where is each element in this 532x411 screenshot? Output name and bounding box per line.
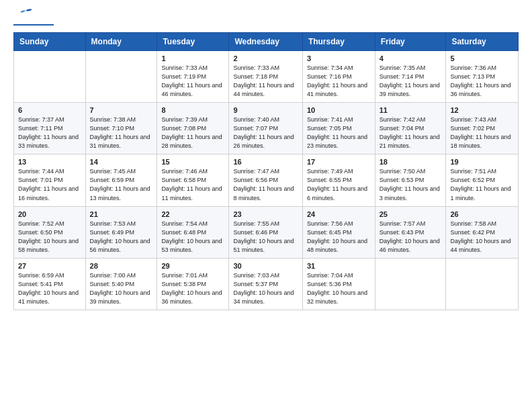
day-number: 2 [233, 54, 298, 62]
day-number: 6 [18, 106, 81, 114]
calendar-week-row: 13Sunrise: 7:44 AMSunset: 7:01 PMDayligh… [14, 154, 519, 206]
day-info: Sunrise: 7:54 AMSunset: 6:48 PMDaylight:… [161, 220, 224, 255]
calendar-cell: 27Sunrise: 6:59 AMSunset: 5:41 PMDayligh… [14, 258, 86, 310]
day-info: Sunrise: 7:56 AMSunset: 6:45 PMDaylight:… [307, 220, 371, 255]
day-number: 17 [307, 158, 371, 166]
day-info: Sunrise: 6:59 AMSunset: 5:41 PMDaylight:… [18, 271, 81, 306]
day-number: 13 [18, 158, 81, 166]
day-info: Sunrise: 7:36 AMSunset: 7:13 PMDaylight:… [450, 64, 514, 99]
day-number: 31 [307, 262, 371, 270]
day-number: 25 [380, 210, 442, 218]
day-number: 23 [233, 210, 298, 218]
day-info: Sunrise: 7:43 AMSunset: 7:02 PMDaylight:… [450, 116, 514, 150]
calendar-cell: 14Sunrise: 7:45 AMSunset: 6:59 PMDayligh… [85, 154, 157, 206]
calendar-cell: 4Sunrise: 7:35 AMSunset: 7:14 PMDaylight… [375, 51, 446, 103]
weekday-header: Thursday [302, 33, 375, 51]
day-number: 27 [18, 262, 81, 270]
day-number: 28 [90, 262, 153, 270]
day-info: Sunrise: 7:34 AMSunset: 7:16 PMDaylight:… [307, 64, 371, 99]
day-info: Sunrise: 7:51 AMSunset: 6:52 PMDaylight:… [450, 167, 514, 202]
calendar-table: SundayMondayTuesdayWednesdayThursdayFrid… [13, 32, 519, 310]
day-number: 5 [450, 54, 514, 62]
calendar-cell [85, 51, 157, 103]
calendar-cell: 19Sunrise: 7:51 AMSunset: 6:52 PMDayligh… [446, 154, 519, 206]
day-info: Sunrise: 7:04 AMSunset: 5:36 PMDaylight:… [307, 271, 371, 306]
calendar-cell: 31Sunrise: 7:04 AMSunset: 5:36 PMDayligh… [302, 258, 375, 310]
calendar-cell: 24Sunrise: 7:56 AMSunset: 6:45 PMDayligh… [302, 206, 375, 258]
weekday-header: Monday [85, 33, 157, 51]
calendar-cell: 10Sunrise: 7:41 AMSunset: 7:05 PMDayligh… [302, 103, 375, 154]
day-number: 19 [450, 158, 514, 166]
day-info: Sunrise: 7:55 AMSunset: 6:46 PMDaylight:… [233, 220, 298, 255]
calendar-week-row: 6Sunrise: 7:37 AMSunset: 7:11 PMDaylight… [14, 103, 519, 154]
day-number: 1 [161, 54, 224, 62]
day-info: Sunrise: 7:47 AMSunset: 6:56 PMDaylight:… [233, 167, 298, 202]
calendar-cell: 28Sunrise: 7:00 AMSunset: 5:40 PMDayligh… [85, 258, 157, 310]
calendar-cell: 23Sunrise: 7:55 AMSunset: 6:46 PMDayligh… [229, 206, 302, 258]
day-info: Sunrise: 7:42 AMSunset: 7:04 PMDaylight:… [380, 116, 442, 150]
calendar-cell: 30Sunrise: 7:03 AMSunset: 5:37 PMDayligh… [229, 258, 302, 310]
day-info: Sunrise: 7:33 AMSunset: 7:18 PMDaylight:… [233, 64, 298, 99]
day-info: Sunrise: 7:58 AMSunset: 6:42 PMDaylight:… [450, 220, 514, 255]
weekday-header: Sunday [14, 33, 86, 51]
day-number: 16 [233, 158, 298, 166]
calendar-cell: 26Sunrise: 7:58 AMSunset: 6:42 PMDayligh… [446, 206, 519, 258]
day-number: 29 [161, 262, 224, 270]
calendar-cell: 8Sunrise: 7:39 AMSunset: 7:08 PMDaylight… [157, 103, 229, 154]
weekday-header: Tuesday [157, 33, 229, 51]
day-number: 3 [307, 54, 371, 62]
day-info: Sunrise: 7:33 AMSunset: 7:19 PMDaylight:… [161, 64, 224, 99]
day-number: 15 [161, 158, 224, 166]
calendar-cell: 22Sunrise: 7:54 AMSunset: 6:48 PMDayligh… [157, 206, 229, 258]
calendar-cell: 2Sunrise: 7:33 AMSunset: 7:18 PMDaylight… [229, 51, 302, 103]
calendar-cell: 21Sunrise: 7:53 AMSunset: 6:49 PMDayligh… [85, 206, 157, 258]
day-number: 20 [18, 210, 81, 218]
day-number: 14 [90, 158, 153, 166]
day-info: Sunrise: 7:49 AMSunset: 6:55 PMDaylight:… [307, 167, 371, 202]
calendar-week-row: 1Sunrise: 7:33 AMSunset: 7:19 PMDaylight… [14, 51, 519, 103]
day-number: 12 [450, 106, 514, 114]
calendar-cell [375, 258, 446, 310]
day-info: Sunrise: 7:52 AMSunset: 6:50 PMDaylight:… [18, 220, 81, 255]
calendar-header-row: SundayMondayTuesdayWednesdayThursdayFrid… [14, 33, 519, 51]
day-info: Sunrise: 7:01 AMSunset: 5:38 PMDaylight:… [161, 271, 224, 306]
calendar-cell: 13Sunrise: 7:44 AMSunset: 7:01 PMDayligh… [14, 154, 86, 206]
weekday-header: Friday [375, 33, 446, 51]
calendar-cell: 9Sunrise: 7:40 AMSunset: 7:07 PMDaylight… [229, 103, 302, 154]
calendar-week-row: 27Sunrise: 6:59 AMSunset: 5:41 PMDayligh… [14, 258, 519, 310]
calendar-cell: 5Sunrise: 7:36 AMSunset: 7:13 PMDaylight… [446, 51, 519, 103]
weekday-header: Saturday [446, 33, 519, 51]
header [13, 11, 519, 26]
calendar-cell: 20Sunrise: 7:52 AMSunset: 6:50 PMDayligh… [14, 206, 86, 258]
day-info: Sunrise: 7:37 AMSunset: 7:11 PMDaylight:… [18, 116, 81, 150]
logo-underline [13, 24, 54, 26]
calendar-cell: 18Sunrise: 7:50 AMSunset: 6:53 PMDayligh… [375, 154, 446, 206]
calendar-cell: 6Sunrise: 7:37 AMSunset: 7:11 PMDaylight… [14, 103, 86, 154]
calendar-cell: 16Sunrise: 7:47 AMSunset: 6:56 PMDayligh… [229, 154, 302, 206]
day-number: 7 [90, 106, 153, 114]
day-info: Sunrise: 7:46 AMSunset: 6:58 PMDaylight:… [161, 167, 224, 202]
day-number: 21 [90, 210, 153, 218]
day-info: Sunrise: 7:40 AMSunset: 7:07 PMDaylight:… [233, 116, 298, 150]
calendar-cell: 25Sunrise: 7:57 AMSunset: 6:43 PMDayligh… [375, 206, 446, 258]
day-info: Sunrise: 7:44 AMSunset: 7:01 PMDaylight:… [18, 167, 81, 202]
day-info: Sunrise: 7:35 AMSunset: 7:14 PMDaylight:… [380, 64, 442, 99]
day-number: 10 [307, 106, 371, 114]
day-number: 9 [233, 106, 298, 114]
day-info: Sunrise: 7:39 AMSunset: 7:08 PMDaylight:… [161, 116, 224, 150]
calendar-cell: 7Sunrise: 7:38 AMSunset: 7:10 PMDaylight… [85, 103, 157, 154]
calendar-cell: 3Sunrise: 7:34 AMSunset: 7:16 PMDaylight… [302, 51, 375, 103]
calendar-cell: 1Sunrise: 7:33 AMSunset: 7:19 PMDaylight… [157, 51, 229, 103]
day-number: 18 [380, 158, 442, 166]
day-number: 8 [161, 106, 224, 114]
day-info: Sunrise: 7:41 AMSunset: 7:05 PMDaylight:… [307, 116, 371, 150]
logo [13, 11, 54, 26]
weekday-header: Wednesday [229, 33, 302, 51]
day-info: Sunrise: 7:53 AMSunset: 6:49 PMDaylight:… [90, 220, 153, 255]
day-info: Sunrise: 7:38 AMSunset: 7:10 PMDaylight:… [90, 116, 153, 150]
day-number: 30 [233, 262, 298, 270]
day-info: Sunrise: 7:03 AMSunset: 5:37 PMDaylight:… [233, 271, 298, 306]
day-info: Sunrise: 7:45 AMSunset: 6:59 PMDaylight:… [90, 167, 153, 202]
calendar-cell: 11Sunrise: 7:42 AMSunset: 7:04 PMDayligh… [375, 103, 446, 154]
calendar-cell: 12Sunrise: 7:43 AMSunset: 7:02 PMDayligh… [446, 103, 519, 154]
